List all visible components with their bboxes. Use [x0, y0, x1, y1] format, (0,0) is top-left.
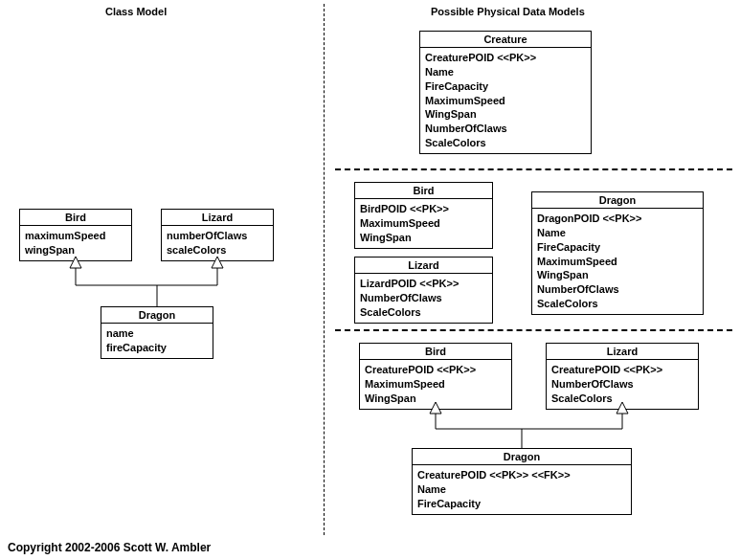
- pdm3-lizard-title: Lizard: [547, 344, 698, 360]
- attr: CreaturePOID <<PK>>: [365, 363, 506, 377]
- attr: NumberOfClaws: [425, 122, 586, 136]
- attr: CreaturePOID <<PK>> <<FK>>: [417, 468, 626, 482]
- hdash-1: [335, 168, 732, 170]
- attr: maximumSpeed: [25, 229, 126, 243]
- attr: CreaturePOID <<PK>>: [551, 363, 693, 377]
- attr: NumberOfClaws: [551, 377, 693, 392]
- attr: Name: [425, 65, 586, 79]
- attr: WingSpan: [425, 107, 586, 122]
- attr: FireCapacity: [425, 79, 586, 94]
- attr: FireCapacity: [537, 240, 698, 255]
- class-bird: Bird maximumSpeed wingSpan: [19, 209, 132, 261]
- pdm3-dragon-body: CreaturePOID <<PK>> <<FK>> Name FireCapa…: [413, 465, 631, 514]
- pdm2-dragon-body: DragonPOID <<PK>> Name FireCapacity Maxi…: [532, 209, 703, 314]
- attr: ScaleColors: [425, 136, 586, 150]
- attr: Name: [417, 482, 626, 497]
- heading-class-model: Class Model: [105, 6, 167, 17]
- pdm2-lizard-title: Lizard: [355, 258, 492, 274]
- attr: ScaleColors: [537, 297, 698, 311]
- class-dragon-body: name fireCapacity: [101, 324, 213, 358]
- pdm2-lizard: Lizard LizardPOID <<PK>> NumberOfClaws S…: [354, 257, 493, 324]
- class-bird-body: maximumSpeed wingSpan: [20, 226, 131, 260]
- attr: WingSpan: [360, 231, 487, 245]
- attr: ScaleColors: [360, 305, 487, 320]
- pdm2-dragon-title: Dragon: [532, 192, 703, 209]
- pdm2-lizard-body: LizardPOID <<PK>> NumberOfClaws ScaleCol…: [355, 274, 492, 323]
- attr: Name: [537, 226, 698, 240]
- pdm3-dragon: Dragon CreaturePOID <<PK>> <<FK>> Name F…: [412, 448, 632, 515]
- attr: WingSpan: [537, 268, 698, 282]
- vertical-divider: [324, 4, 325, 535]
- attr: MaximumSpeed: [425, 94, 586, 108]
- pdm3-lizard-body: CreaturePOID <<PK>> NumberOfClaws ScaleC…: [547, 360, 698, 409]
- attr: NumberOfClaws: [360, 291, 487, 305]
- attr: MaximumSpeed: [365, 377, 506, 392]
- attr: NumberOfClaws: [537, 282, 698, 297]
- class-dragon: Dragon name fireCapacity: [101, 306, 213, 359]
- class-lizard-body: numberOfClaws scaleColors: [162, 226, 273, 260]
- pdm2-bird: Bird BirdPOID <<PK>> MaximumSpeed WingSp…: [354, 182, 493, 249]
- attr: DragonPOID <<PK>>: [537, 212, 698, 226]
- attr: scaleColors: [167, 243, 268, 258]
- attr: MaximumSpeed: [360, 216, 487, 231]
- pdm1-creature-body: CreaturePOID <<PK>> Name FireCapacity Ma…: [420, 48, 591, 153]
- pdm1-creature: Creature CreaturePOID <<PK>> Name FireCa…: [419, 31, 592, 154]
- class-lizard: Lizard numberOfClaws scaleColors: [161, 209, 274, 261]
- attr: numberOfClaws: [167, 229, 268, 243]
- heading-pdm: Possible Physical Data Models: [431, 6, 585, 17]
- pdm3-dragon-title: Dragon: [413, 449, 631, 465]
- attr: ScaleColors: [551, 392, 693, 406]
- attr: WingSpan: [365, 392, 506, 406]
- attr: MaximumSpeed: [537, 255, 698, 269]
- class-lizard-title: Lizard: [162, 210, 273, 226]
- attr: LizardPOID <<PK>>: [360, 277, 487, 291]
- pdm3-bird-title: Bird: [360, 344, 511, 360]
- attr: fireCapacity: [106, 341, 208, 355]
- pdm2-bird-body: BirdPOID <<PK>> MaximumSpeed WingSpan: [355, 199, 492, 248]
- class-bird-title: Bird: [20, 210, 131, 226]
- pdm3-bird: Bird CreaturePOID <<PK>> MaximumSpeed Wi…: [359, 343, 512, 410]
- attr: FireCapacity: [417, 497, 626, 511]
- class-dragon-title: Dragon: [101, 307, 213, 324]
- pdm1-creature-title: Creature: [420, 32, 591, 48]
- hdash-2: [335, 329, 732, 331]
- attr: wingSpan: [25, 243, 126, 258]
- pdm3-lizard: Lizard CreaturePOID <<PK>> NumberOfClaws…: [546, 343, 699, 410]
- pdm2-dragon: Dragon DragonPOID <<PK>> Name FireCapaci…: [531, 191, 704, 315]
- pdm2-bird-title: Bird: [355, 183, 492, 199]
- attr: BirdPOID <<PK>>: [360, 202, 487, 216]
- attr: CreaturePOID <<PK>>: [425, 51, 586, 65]
- attr: name: [106, 326, 208, 341]
- copyright-text: Copyright 2002-2006 Scott W. Ambler: [8, 541, 211, 554]
- pdm3-bird-body: CreaturePOID <<PK>> MaximumSpeed WingSpa…: [360, 360, 511, 409]
